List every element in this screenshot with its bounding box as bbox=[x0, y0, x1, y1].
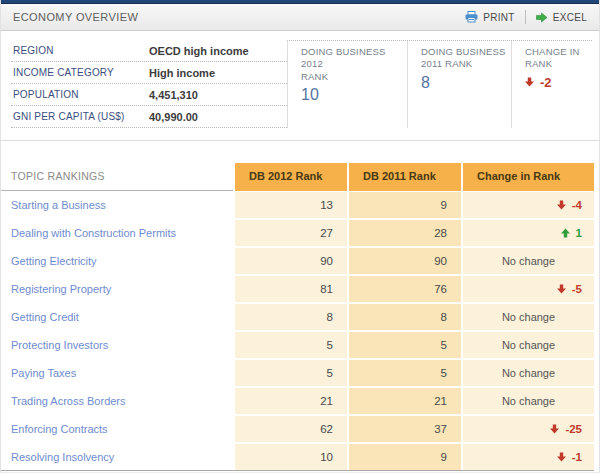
db2011-rank-cell: 37 bbox=[349, 416, 461, 442]
fact-value: High income bbox=[149, 67, 215, 79]
rank-down-icon bbox=[557, 452, 566, 462]
topic-link[interactable]: Registering Property bbox=[1, 276, 233, 302]
section-divider bbox=[1, 140, 599, 141]
topic-link[interactable]: Trading Across Borders bbox=[1, 388, 233, 414]
fact-label: POPULATION bbox=[13, 89, 149, 100]
no-change-label: No change bbox=[502, 255, 555, 267]
fact-label: INCOME CATEGORY bbox=[13, 67, 149, 78]
change-in-rank-cell: -1 bbox=[463, 444, 594, 470]
change-in-rank-cell: No change bbox=[463, 304, 594, 330]
db2012-rank-cell: 90 bbox=[235, 248, 347, 274]
table-row: Trading Across Borders2121No change bbox=[1, 388, 594, 414]
change-in-rank-cell: No change bbox=[463, 248, 594, 274]
table-row: Paying Taxes55No change bbox=[1, 360, 594, 386]
print-icon bbox=[465, 11, 478, 23]
rank-down-icon bbox=[557, 284, 566, 294]
topic-link[interactable]: Enforcing Contracts bbox=[1, 416, 233, 442]
economy-summary-section: REGIONOECD high incomeINCOME CATEGORYHig… bbox=[1, 31, 599, 128]
rank-down-icon bbox=[525, 77, 534, 87]
column-header-db2012: DB 2012 Rank bbox=[235, 163, 347, 191]
change-value: -5 bbox=[572, 283, 582, 295]
db2012-rank-cell: 62 bbox=[235, 416, 347, 442]
topic-link[interactable]: Dealing with Construction Permits bbox=[1, 220, 233, 246]
change-in-rank-cell: No change bbox=[463, 360, 594, 386]
db2011-rank-cell: 8 bbox=[349, 304, 461, 330]
rank-down-icon bbox=[557, 200, 566, 210]
economy-facts-list: REGIONOECD high incomeINCOME CATEGORYHig… bbox=[11, 40, 287, 128]
excel-button[interactable]: EXCEL bbox=[536, 12, 587, 23]
db2012-rank-cell: 27 bbox=[235, 220, 347, 246]
economy-overview-page: ECONOMY OVERVIEW PRINT bbox=[0, 0, 600, 473]
topic-link[interactable]: Getting Credit bbox=[1, 304, 233, 330]
db2011-rank-cell: 76 bbox=[349, 276, 461, 302]
table-row: Resolving Insolvency109-1 bbox=[1, 444, 594, 470]
fact-label: GNI PER CAPITA (US$) bbox=[13, 111, 149, 122]
change-value: -25 bbox=[565, 423, 582, 435]
db2012-rank-cell: 10 bbox=[235, 444, 347, 470]
column-header-change: Change in Rank bbox=[463, 163, 594, 191]
db2011-rank-cell: 9 bbox=[349, 192, 461, 218]
fact-row: POPULATION4,451,310 bbox=[11, 84, 287, 106]
print-button[interactable]: PRINT bbox=[465, 11, 515, 23]
summary-rank-value: 8 bbox=[421, 74, 511, 92]
table-row: Starting a Business139-4 bbox=[1, 192, 594, 218]
db2012-rank-cell: 21 bbox=[235, 388, 347, 414]
no-change-label: No change bbox=[502, 311, 555, 323]
summary-rank-column: DOING BUSINESS 2012 RANK10 bbox=[288, 41, 407, 128]
page-header: ECONOMY OVERVIEW PRINT bbox=[1, 4, 599, 31]
summary-rank-change-value: -2 bbox=[540, 75, 552, 90]
print-button-label: PRINT bbox=[483, 12, 515, 23]
db2012-rank-cell: 8 bbox=[235, 304, 347, 330]
actions-divider bbox=[525, 10, 526, 24]
column-header-db2011: DB 2011 Rank bbox=[349, 163, 461, 191]
change-value: -4 bbox=[572, 199, 582, 211]
summary-rank-label: DOING BUSINESS 2011 RANK bbox=[421, 46, 511, 71]
change-in-rank-cell: No change bbox=[463, 388, 594, 414]
no-change-label: No change bbox=[502, 395, 555, 407]
no-change-label: No change bbox=[502, 367, 555, 379]
topic-link[interactable]: Paying Taxes bbox=[1, 360, 233, 386]
db2012-rank-cell: 13 bbox=[235, 192, 347, 218]
rank-up-icon bbox=[561, 228, 570, 238]
summary-rank-column: CHANGE IN RANK-2 bbox=[511, 41, 592, 128]
change-value: -1 bbox=[572, 451, 582, 463]
db2012-rank-cell: 81 bbox=[235, 276, 347, 302]
topic-rankings-header-row: TOPIC RANKINGS DB 2012 Rank DB 2011 Rank… bbox=[1, 163, 594, 190]
db2011-rank-cell: 9 bbox=[349, 444, 461, 470]
fact-value: 4,451,310 bbox=[149, 89, 198, 101]
summary-rank-value: 10 bbox=[301, 86, 407, 104]
no-change-label: No change bbox=[502, 339, 555, 351]
topic-rankings-title: TOPIC RANKINGS bbox=[1, 163, 233, 191]
topic-link[interactable]: Starting a Business bbox=[1, 192, 233, 218]
db2011-rank-cell: 90 bbox=[349, 248, 461, 274]
change-in-rank-cell: No change bbox=[463, 332, 594, 358]
change-in-rank-cell: -5 bbox=[463, 276, 594, 302]
summary-rank-label: CHANGE IN RANK bbox=[525, 46, 592, 71]
summary-rank-change: -2 bbox=[525, 75, 592, 90]
topic-link[interactable]: Resolving Insolvency bbox=[1, 444, 233, 470]
db2012-rank-cell: 5 bbox=[235, 332, 347, 358]
overall-rank-summary: DOING BUSINESS 2012 RANK10DOING BUSINESS… bbox=[287, 40, 592, 128]
db2011-rank-cell: 21 bbox=[349, 388, 461, 414]
topic-rankings-table: TOPIC RANKINGS DB 2012 Rank DB 2011 Rank… bbox=[1, 163, 594, 471]
fact-row: GNI PER CAPITA (US$)40,990.00 bbox=[11, 106, 287, 128]
header-actions: PRINT EXCEL bbox=[465, 10, 587, 24]
change-in-rank-cell: -4 bbox=[463, 192, 594, 218]
table-row: Protecting Investors55No change bbox=[1, 332, 594, 358]
topic-link[interactable]: Protecting Investors bbox=[1, 332, 233, 358]
db2012-rank-cell: 5 bbox=[235, 360, 347, 386]
topic-rankings-rows: Starting a Business139-4Dealing with Con… bbox=[1, 192, 594, 470]
change-in-rank-cell: 1 bbox=[463, 220, 594, 246]
page-title: ECONOMY OVERVIEW bbox=[13, 11, 138, 23]
fact-row: REGIONOECD high income bbox=[11, 40, 287, 62]
table-row: Registering Property8176-5 bbox=[1, 276, 594, 302]
table-row: Enforcing Contracts6237-25 bbox=[1, 416, 594, 442]
change-value: 1 bbox=[576, 227, 582, 239]
summary-rank-label: DOING BUSINESS 2012 RANK bbox=[301, 46, 407, 83]
topic-link[interactable]: Getting Electricity bbox=[1, 248, 233, 274]
db2011-rank-cell: 28 bbox=[349, 220, 461, 246]
rank-down-icon bbox=[550, 424, 559, 434]
table-row: Dealing with Construction Permits27281 bbox=[1, 220, 594, 246]
fact-value: OECD high income bbox=[149, 45, 249, 57]
db2011-rank-cell: 5 bbox=[349, 332, 461, 358]
